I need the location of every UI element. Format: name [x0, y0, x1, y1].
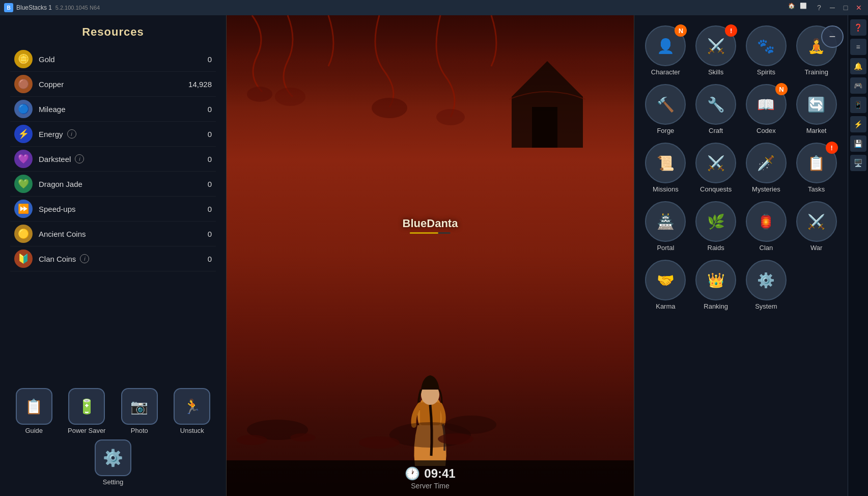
resource-icon-energy: ⚡ [14, 125, 33, 143]
menu-icon-missions: 📜 [645, 143, 686, 183]
menu-icon-wrap-clan: 🏮 [746, 201, 787, 242]
menu-item-tasks[interactable]: !📋Tasks [793, 141, 839, 195]
menu-icon-mysteries: 🗡️ [746, 143, 787, 183]
info-icon-energy[interactable]: i [67, 129, 76, 139]
menu-item-character[interactable]: N👤Character [642, 23, 689, 78]
menu-label-mysteries: Mysteries [752, 185, 780, 193]
maximize-btn[interactable]: □ [841, 3, 851, 13]
setting-icon: ⚙️ [95, 439, 131, 476]
menu-item-portal[interactable]: 🏯Portal [642, 199, 689, 254]
resource-icon-gold: 🪙 [14, 50, 33, 68]
menu-item-forge[interactable]: 🔨Forge [642, 82, 689, 136]
menu-item-skills[interactable]: !⚔️Skills [693, 23, 739, 78]
action-btn-icon-guide: 📋 [16, 388, 52, 425]
menu-label-skills: Skills [708, 68, 723, 76]
edge-btn-1[interactable]: ≡ [850, 39, 866, 55]
menu-item-clan[interactable]: 🏮Clan [743, 199, 790, 254]
menu-label-market: Market [806, 127, 827, 134]
menu-item-raids[interactable]: 🌿Raids [693, 199, 739, 254]
resource-value-dragon-jade: 0 [181, 180, 212, 188]
title-bar: B BlueStacks 1 5.2.100.1045 N64 🏠 ⬜ ? ─ … [0, 0, 868, 15]
menu-item-system[interactable]: ⚙️System [743, 258, 790, 312]
question-btn[interactable]: ? [814, 3, 824, 13]
edge-btn-2[interactable]: 🔔 [850, 58, 866, 74]
menu-item-conquests[interactable]: ⚔️Conquests [693, 141, 739, 195]
resource-icon-dragon-jade: 💚 [14, 175, 33, 193]
menu-icon-wrap-portal: 🏯 [645, 201, 686, 242]
action-btn-photo[interactable]: 📷Photo [116, 388, 163, 434]
menu-item-mysteries[interactable]: 🗡️Mysteries [743, 141, 790, 195]
clock-icon: 🕐 [405, 466, 420, 481]
resource-name-copper: Copper [39, 80, 181, 89]
action-btn-guide[interactable]: 📋Guide [10, 388, 58, 434]
resource-name-ancient-coins: Ancient Coins [39, 230, 181, 238]
resource-value-darksteel: 0 [181, 155, 212, 163]
resource-name-speed-ups: Speed-ups [39, 205, 181, 213]
menu-icon-wrap-raids: 🌿 [695, 201, 736, 242]
character-health-bar [410, 232, 451, 234]
action-row-2: ⚙️ Setting [10, 439, 216, 486]
menu-item-craft[interactable]: 🔧Craft [693, 82, 739, 136]
badge-tasks: ! [826, 142, 838, 154]
menu-label-conquests: Conquests [700, 185, 732, 193]
menu-label-raids: Raids [708, 244, 724, 252]
menu-item-spirits[interactable]: 🐾Spirits [743, 23, 790, 78]
menu-icon-spirits: 🐾 [746, 25, 787, 66]
info-icon-clan-coins[interactable]: i [80, 254, 89, 263]
resource-icon-mileage: 🔵 [14, 100, 33, 118]
menu-item-karma[interactable]: 🤝Karma [642, 258, 689, 312]
resource-item-speed-ups: ⏩Speed-ups0 [10, 197, 216, 222]
menu-label-karma: Karma [656, 302, 675, 310]
menu-item-ranking[interactable]: 👑Ranking [693, 258, 739, 312]
resource-value-speed-ups: 0 [181, 205, 212, 213]
window-controls: 🏠 ⬜ ? ─ □ ✕ [788, 3, 864, 13]
action-btn-power-saver[interactable]: 🔋Power Saver [63, 388, 111, 434]
info-icon-darksteel[interactable]: i [75, 154, 84, 163]
resource-name-mileage: Mileage [39, 105, 181, 114]
resource-icon-copper: 🟤 [14, 75, 33, 93]
menu-item-market[interactable]: 🔄Market [793, 82, 839, 136]
menu-icon-ranking: 👑 [695, 260, 736, 300]
setting-button[interactable]: ⚙️ Setting [10, 439, 216, 486]
action-btn-label-guide: Guide [25, 427, 43, 434]
app-logo: B [4, 3, 13, 12]
resource-item-darksteel: 💜Darksteeli0 [10, 147, 216, 172]
edge-btn-7[interactable]: 🖥️ [850, 155, 866, 171]
resource-item-gold: 🪙Gold0 [10, 47, 216, 72]
edge-btn-4[interactable]: 📱 [850, 97, 866, 113]
resource-value-mileage: 0 [181, 105, 212, 114]
action-btn-label-power-saver: Power Saver [68, 427, 105, 434]
menu-label-portal: Portal [657, 244, 674, 252]
close-btn[interactable]: ✕ [854, 3, 864, 13]
menu-icon-war: ⚔️ [796, 201, 837, 242]
app-title: BlueStacks 1 5.2.100.1045 N64 [16, 4, 788, 11]
edge-btn-0[interactable]: ❓ [850, 19, 866, 36]
svg-point-3 [436, 109, 465, 125]
edge-btn-6[interactable]: 💾 [850, 135, 866, 152]
minimize-btn[interactable]: ─ [827, 3, 837, 13]
menu-icon-wrap-spirits: 🐾 [746, 25, 787, 66]
resource-name-clan-coins: Clan Coinsi [39, 254, 181, 263]
ground-svg [227, 353, 634, 455]
action-btn-icon-power-saver: 🔋 [68, 388, 105, 425]
action-buttons: 📋Guide🔋Power Saver📷Photo🏃Unstuck ⚙️ Sett… [10, 382, 216, 491]
resource-icon-darksteel: 💜 [14, 150, 33, 168]
edge-btn-3[interactable]: 🎮 [850, 77, 866, 94]
menu-icon-wrap-tasks: !📋 [796, 143, 837, 183]
menu-icon-portal: 🏯 [645, 201, 686, 242]
action-btn-label-photo: Photo [131, 427, 148, 434]
edge-btn-5[interactable]: ⚡ [850, 116, 866, 132]
resources-list: 🪙Gold0🟤Copper14,928🔵Mileage0⚡Energyi0💜Da… [10, 47, 216, 271]
resource-name-darksteel: Darksteeli [39, 154, 181, 163]
menu-item-codex[interactable]: N📖Codex [743, 82, 790, 136]
menu-item-missions[interactable]: 📜Missions [642, 141, 689, 195]
resource-name-dragon-jade: Dragon Jade [39, 180, 181, 188]
resource-value-energy: 0 [181, 130, 212, 139]
menu-item-war[interactable]: ⚔️War [793, 199, 839, 254]
resource-icon-speed-ups: ⏩ [14, 200, 33, 218]
svg-point-12 [438, 433, 473, 445]
action-btn-unstuck[interactable]: 🏃Unstuck [169, 388, 216, 434]
edge-sidebar: ❓≡🔔🎮📱⚡💾🖥️ [848, 15, 868, 496]
svg-point-9 [237, 435, 267, 445]
menu-label-missions: Missions [653, 185, 679, 193]
